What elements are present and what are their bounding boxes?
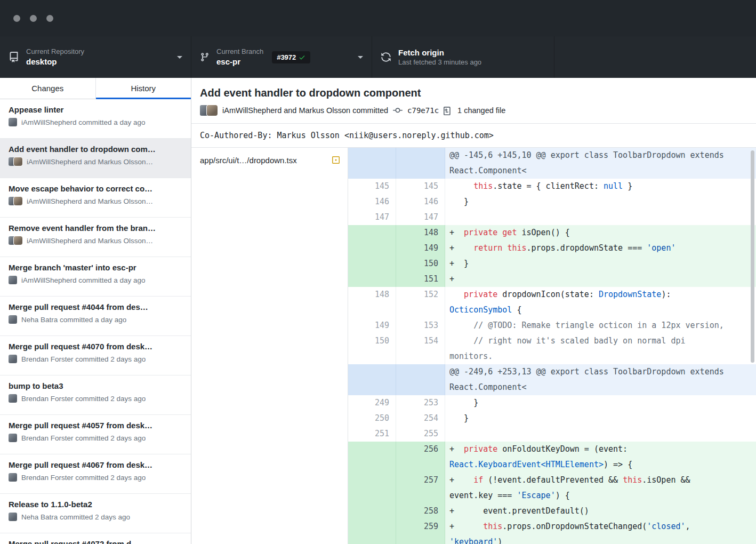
branch-label: Current Branch: [216, 48, 263, 55]
commit-list-item[interactable]: Merge pull request #4070 from desk…Brend…: [0, 336, 191, 375]
commit-list-item[interactable]: Add event handler to dropdown com…iAmWil…: [0, 139, 191, 178]
diff-old-line-number: 250: [348, 411, 396, 426]
avatar-stack: [9, 157, 22, 166]
diff-code-content: private dropdownIcon(state: DropdownStat…: [445, 287, 756, 318]
diff-code-content: [445, 210, 756, 225]
traffic-light-zoom[interactable]: [46, 15, 53, 22]
diff-old-line-number: [348, 148, 396, 179]
app-window: Current Repository desktop Current Branc…: [0, 0, 756, 544]
toolbar: Current Repository desktop Current Branc…: [0, 36, 756, 78]
current-repository-button[interactable]: Current Repository desktop: [0, 36, 191, 78]
code-token: // right now it's scaled badly on normal…: [449, 336, 690, 361]
commit-title: Remove event handler from the bran…: [9, 223, 182, 233]
diff-line: 150154 // right now it's scaled badly on…: [348, 333, 756, 364]
diff-code-content: + private onFoldoutKeyDown = (event: Rea…: [445, 442, 756, 473]
diff-old-line-number: 147: [348, 210, 396, 225]
diff-new-line-number: 258: [396, 503, 445, 519]
code-token: ): [497, 537, 502, 544]
diff-old-line-number: 148: [348, 287, 396, 318]
commit-list-item[interactable]: Remove event handler from the bran…iAmWi…: [0, 218, 191, 257]
code-token: }: [449, 398, 478, 407]
commit-list-item[interactable]: Merge pull request #4057 from desk…Brend…: [0, 415, 191, 454]
avatar: [9, 434, 17, 442]
code-token: [449, 336, 473, 346]
modified-status-icon: [332, 156, 340, 164]
tab-changes[interactable]: Changes: [0, 78, 96, 99]
commit-title: Add event handler to dropdown com…: [9, 145, 182, 154]
commit-list-item[interactable]: Move escape behavior to correct co…iAmWi…: [0, 178, 191, 218]
diff-new-line-number: 259: [396, 519, 445, 544]
commit-title: Merge pull request #4070 from desk…: [9, 342, 182, 351]
commit-list: Appease linteriAmWillShepherd committed …: [0, 99, 191, 544]
code-token: [449, 212, 454, 222]
commit-list-item[interactable]: bump to beta3Brendan Forster committed 2…: [0, 375, 191, 415]
commit-list-item[interactable]: Merge pull request #4067 from desk…Brend…: [0, 454, 191, 494]
diff-new-line-number: 255: [396, 426, 445, 442]
diff-line: 259+ this.props.onDropdownStateChanged('…: [348, 519, 756, 544]
code-token: 'open': [647, 243, 675, 253]
diff-line: 150+ }: [348, 256, 756, 271]
diff-code-content: }: [445, 395, 756, 411]
sidebar: Changes History Appease linteriAmWillShe…: [0, 78, 191, 544]
diff-new-line-number: 150: [396, 256, 445, 271]
avatar-stack: [9, 355, 17, 363]
commit-list-item[interactable]: Merge pull request #4044 from des…Neha B…: [0, 297, 191, 336]
file-list-item[interactable]: app/src/ui/t…/dropdown.tsx: [191, 148, 348, 172]
diff-new-line-number: [396, 148, 445, 179]
code-token: OcticonSymbol: [449, 305, 512, 315]
diff-old-line-number: [348, 364, 396, 395]
toolbar-filler: [554, 36, 756, 78]
code-token: +: [449, 522, 483, 531]
avatar-stack: [9, 276, 17, 284]
diff-code-content: + return this.props.dropdownState === 'o…: [445, 241, 756, 256]
code-token: ) => {: [604, 460, 632, 469]
diff-new-line-number: 151: [396, 271, 445, 287]
diff-line: 249253 }: [348, 395, 756, 411]
scrollbar-thumb[interactable]: [751, 150, 754, 363]
commit-list-item[interactable]: Merge branch 'master' into esc-priAmWill…: [0, 257, 191, 297]
code-token: get: [502, 228, 517, 237]
code-token: 'closed': [647, 522, 685, 531]
commit-list-item[interactable]: Merge pull request #4072 from d…: [0, 533, 191, 544]
commit-header: Add event handler to dropdown component …: [191, 78, 756, 124]
traffic-light-minimize[interactable]: [30, 15, 37, 22]
diff-line: 250254 }: [348, 411, 756, 426]
fetch-origin-button[interactable]: Fetch origin Last fetched 3 minutes ago: [372, 36, 554, 78]
code-token: + event.preventDefault(): [449, 506, 589, 516]
code-token: (!event.defaultPrevented &&: [483, 475, 623, 485]
diff-old-line-number: 249: [348, 395, 396, 411]
commit-meta-text: iAmWillShepherd committed a day ago: [21, 276, 146, 284]
commit-meta-text: Brendan Forster committed 2 days ago: [21, 434, 146, 442]
avatar: [14, 197, 22, 205]
avatar: [9, 276, 17, 284]
diff-code-content: @@ -249,6 +253,13 @@ export class Toolba…: [445, 364, 756, 395]
commit-meta-text: Brendan Forster committed 2 days ago: [21, 355, 146, 363]
diff-new-line-number: 257: [396, 473, 445, 503]
commit-meta-row: iAmWillShepherd and Markus Olsson commit…: [191, 99, 756, 123]
commit-list-item[interactable]: Appease linteriAmWillShepherd committed …: [0, 99, 191, 139]
code-token: .props.onDropdownStateChanged(: [502, 522, 647, 531]
traffic-light-close[interactable]: [13, 15, 20, 22]
commit-description: Co-Authored-By: Markus Olsson <niik@user…: [191, 124, 756, 148]
repo-icon: [9, 52, 19, 62]
code-token: this: [623, 475, 642, 485]
diff-new-line-number: 147: [396, 210, 445, 225]
diff-new-line-number: 152: [396, 287, 445, 318]
tab-history[interactable]: History: [96, 78, 191, 99]
diff-old-line-number: [348, 271, 396, 287]
code-token: +: [449, 243, 473, 253]
current-branch-button[interactable]: Current Branch esc-pr #3972: [191, 36, 372, 78]
diff-old-line-number: 150: [348, 333, 396, 364]
commit-meta: iAmWillShepherd and Markus Olsson…: [9, 236, 182, 245]
main-panel: Add event handler to dropdown component …: [191, 78, 756, 544]
diff-code-content: [445, 426, 756, 442]
pr-number: #3972: [277, 53, 296, 61]
git-commit-icon: [393, 106, 403, 115]
diff-code-content: @@ -145,6 +145,10 @@ export class Toolba…: [445, 148, 756, 179]
diff-line: 148+ private get isOpen() {: [348, 225, 756, 241]
commit-meta: Brendan Forster committed 2 days ago: [9, 473, 182, 482]
commit-list-item[interactable]: Release to 1.1.0-beta2Neha Batra committ…: [0, 494, 191, 533]
code-token: [449, 429, 454, 438]
code-token: this: [483, 522, 502, 531]
repository-name: desktop: [26, 57, 84, 66]
